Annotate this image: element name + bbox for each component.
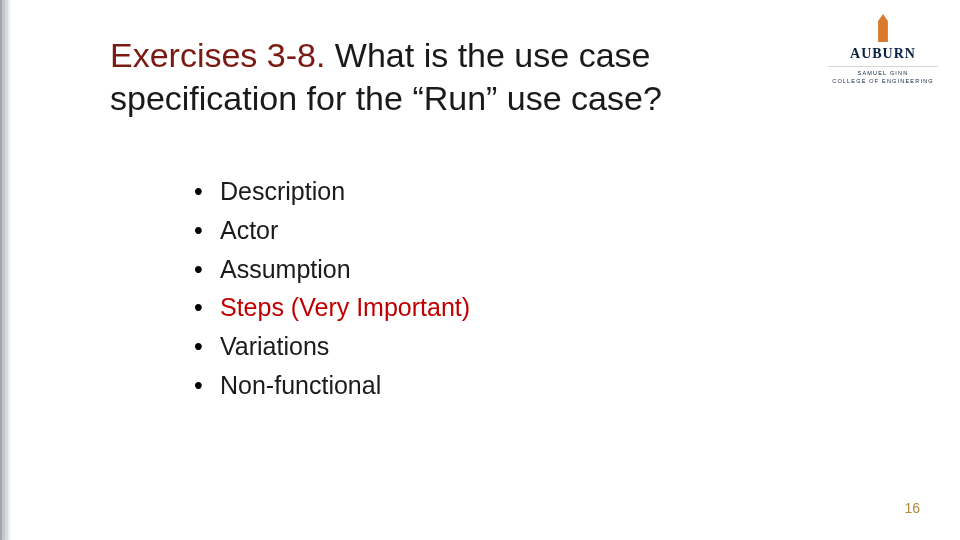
bullet-item: Actor [194, 211, 470, 250]
bullet-text: Description [220, 177, 345, 205]
logo-subtitle: SAMUEL GINN COLLEGE OF ENGINEERING [828, 66, 938, 85]
bullet-text: Actor [220, 216, 278, 244]
bullet-text: Non-functional [220, 371, 381, 399]
bullet-item: Non-functional [194, 366, 470, 405]
logo-subline-1: SAMUEL GINN [858, 70, 909, 76]
logo-subline-2: COLLEGE OF ENGINEERING [832, 78, 934, 84]
bullet-text: Variations [220, 332, 329, 360]
slide-title: Exercises 3-8. What is the use case spec… [110, 34, 790, 119]
bullet-item: Variations [194, 327, 470, 366]
bullet-item: Steps (Very Important) [194, 288, 470, 327]
left-edge-decoration [0, 0, 10, 540]
slide: Exercises 3-8. What is the use case spec… [0, 0, 960, 540]
logo-wordmark: AUBURN [850, 46, 916, 62]
title-prefix: Exercises 3-8. [110, 36, 325, 74]
bullet-text: Steps (Very Important) [220, 293, 470, 321]
bullet-list: DescriptionActorAssumptionSteps (Very Im… [194, 172, 470, 405]
bullet-item: Assumption [194, 250, 470, 289]
page-number: 16 [904, 500, 920, 516]
tower-icon [876, 14, 890, 42]
bullet-text: Assumption [220, 255, 351, 283]
bullet-item: Description [194, 172, 470, 211]
auburn-logo: AUBURN SAMUEL GINN COLLEGE OF ENGINEERIN… [828, 14, 938, 85]
